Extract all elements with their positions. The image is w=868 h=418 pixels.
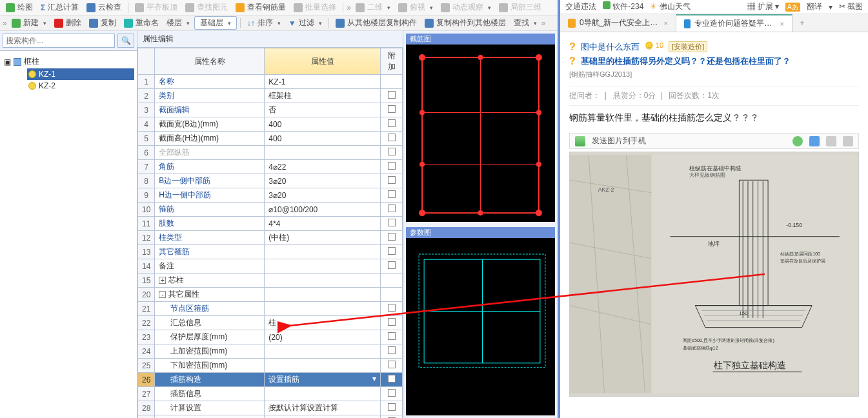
property-row[interactable]: 9H边一侧中部筋3⌀20	[138, 188, 403, 203]
checkbox[interactable]	[388, 176, 396, 184]
property-row[interactable]: 5截面高(H边)(mm)400	[138, 132, 403, 146]
checkbox[interactable]	[388, 91, 396, 99]
property-row[interactable]: 25下加密范围(mm)	[138, 359, 403, 373]
checkbox[interactable]	[388, 346, 396, 354]
expand-icon[interactable]	[809, 136, 820, 146]
property-row[interactable]: 13其它箍筋	[138, 245, 403, 259]
property-row[interactable]: 26插筋构造设置插筋▾	[138, 373, 403, 387]
close-icon[interactable]: ×	[780, 20, 784, 28]
question-subtag[interactable]: [钢筋抽样GGJ2013]	[569, 70, 859, 79]
attached-photo[interactable]: AKZ-2 柱纵筋在基础中构造 大样见板钢筋图 -0.150 地坪	[569, 152, 859, 397]
checkbox[interactable]	[388, 361, 396, 368]
translate-button[interactable]: Aあ	[785, 3, 800, 12]
property-row[interactable]: 6全部纵筋	[138, 146, 403, 160]
checkbox[interactable]	[388, 247, 396, 255]
checkbox[interactable]	[388, 318, 396, 326]
col-extra[interactable]: 附加	[381, 48, 403, 75]
property-row[interactable]: 10箍筋⌀10@100/200	[138, 203, 403, 217]
property-row[interactable]: 15+芯柱	[138, 274, 403, 288]
property-row[interactable]: 29节点设置按默认节点设置计算	[138, 415, 403, 419]
floor-dropdown[interactable]: 楼层	[163, 16, 193, 30]
checkbox[interactable]	[388, 403, 396, 411]
copy-from-floor-button[interactable]: 从其他楼层复制构件	[332, 16, 420, 30]
property-row[interactable]: 1名称KZ-1	[138, 75, 403, 89]
ext-button[interactable]: ▦ 扩展 ▾	[747, 1, 779, 12]
bookmark-item[interactable]: 软件-234	[603, 1, 643, 12]
flat-top-button[interactable]: 平齐板顶	[132, 1, 181, 14]
copy-to-floor-button[interactable]: 复制构件到其他楼层	[421, 16, 509, 30]
rename-button[interactable]: 重命名	[121, 16, 162, 30]
checkbox[interactable]	[388, 219, 396, 226]
new-button[interactable]: 新建	[8, 16, 50, 30]
bookmark-item[interactable]: ☀ 佛山天气	[650, 1, 690, 12]
search-input[interactable]	[3, 34, 115, 48]
checkbox[interactable]	[388, 119, 396, 127]
local-3d-button[interactable]: 局部三维	[496, 1, 545, 14]
property-row[interactable]: 22汇总信息柱	[138, 316, 403, 330]
col-name[interactable]: 属性名称	[155, 48, 265, 75]
draw-button[interactable]: 绘图	[3, 1, 36, 14]
bookmark-item[interactable]: 交通违法	[565, 1, 596, 12]
checkbox[interactable]	[388, 304, 396, 312]
dynamic-view-button[interactable]: 动态观察	[438, 1, 494, 14]
layer-select[interactable]: 基础层	[194, 16, 237, 30]
copy-button[interactable]: 复制	[86, 16, 119, 30]
viewport-param[interactable]: 参数图	[406, 227, 555, 415]
checkbox[interactable]	[388, 190, 396, 198]
question-title[interactable]: 基础里的柱插筋得另外定义吗？？还是包括在柱里面了？	[581, 55, 791, 67]
browser-tab-active[interactable]: 专业造价问题答疑平台-广联达服×	[676, 14, 792, 32]
property-row[interactable]: 28计算设置按默认计算设置计算	[138, 401, 403, 415]
sum-button[interactable]: Σ汇总计算	[37, 1, 82, 14]
prev-icon[interactable]	[826, 136, 836, 146]
find-button[interactable]: 查找	[510, 16, 540, 30]
property-row[interactable]: 11肢数4*4	[138, 217, 403, 231]
property-row[interactable]: 23保护层厚度(mm)(20)	[138, 330, 403, 344]
checkbox[interactable]	[388, 389, 396, 397]
tree-item-kz1[interactable]: KZ-1	[27, 68, 134, 80]
view-rebar-button[interactable]: 查看钢筋量	[232, 1, 289, 14]
search-button[interactable]: 🔍	[117, 34, 134, 48]
property-row[interactable]: 24上加密范围(mm)	[138, 344, 403, 359]
col-value[interactable]: 属性值	[265, 48, 381, 75]
property-row[interactable]: 4截面宽(B边)(mm)400	[138, 117, 403, 132]
next-icon[interactable]	[843, 136, 853, 146]
property-grid[interactable]: 属性名称 属性值 附加 1名称KZ-12类别框架柱3截面编辑否4截面宽(B边)(…	[137, 48, 403, 418]
checkbox[interactable]	[388, 233, 396, 241]
translate-label[interactable]: 翻译	[807, 1, 822, 12]
property-row[interactable]: 21节点区箍筋	[138, 302, 403, 316]
checkbox[interactable]	[388, 375, 396, 383]
screenshot-button[interactable]: ✂ 截图	[839, 1, 863, 12]
viewport-section[interactable]: 截筋图	[406, 34, 555, 222]
property-row[interactable]: 20-其它属性	[138, 288, 403, 302]
checkbox[interactable]	[388, 332, 396, 340]
send-to-phone-button[interactable]: 发送图片到手机	[592, 135, 646, 146]
property-row[interactable]: 2类别框架柱	[138, 89, 403, 103]
cloud-check-button[interactable]: 云检查	[83, 1, 125, 14]
checkbox[interactable]	[388, 105, 396, 113]
find-element-button[interactable]: 查找图元	[182, 1, 231, 14]
checkbox[interactable]	[388, 134, 396, 141]
property-row[interactable]: 12柱类型(中柱)	[138, 231, 403, 245]
sort-button[interactable]: ↓↑排序	[244, 16, 284, 30]
checkbox[interactable]	[388, 261, 396, 269]
property-row[interactable]: 7角筋4⌀22	[138, 160, 403, 174]
checkbox[interactable]	[388, 148, 396, 155]
browser-tab[interactable]: 0导航_新一代安全上网导航×	[560, 14, 676, 32]
related-question[interactable]: ? 图中是什么东西 🪙 10 [安装造价]	[569, 41, 859, 53]
view-2d-button[interactable]: 二维	[352, 1, 394, 14]
property-row[interactable]: 3截面编辑否	[138, 103, 403, 117]
tree-item-kz2[interactable]: KZ-2	[27, 80, 134, 92]
new-tab-button[interactable]: +	[792, 14, 812, 32]
checkbox[interactable]	[388, 162, 396, 170]
delete-button[interactable]: 删除	[51, 16, 85, 30]
filter-button[interactable]: ▼过滤	[285, 16, 325, 30]
property-row[interactable]: 8B边一侧中部筋3⌀20	[138, 174, 403, 188]
property-row[interactable]: 27插筋信息	[138, 387, 403, 401]
cloud-save-icon[interactable]	[792, 136, 803, 146]
view-top-button[interactable]: 俯视	[395, 1, 436, 14]
checkbox[interactable]	[388, 204, 396, 212]
tree-root[interactable]: ▣框柱	[3, 55, 134, 68]
property-row[interactable]: 14备注	[138, 259, 403, 274]
component-tree[interactable]: ▣框柱 KZ-1 KZ-2	[0, 51, 137, 418]
close-icon[interactable]: ×	[664, 19, 668, 27]
